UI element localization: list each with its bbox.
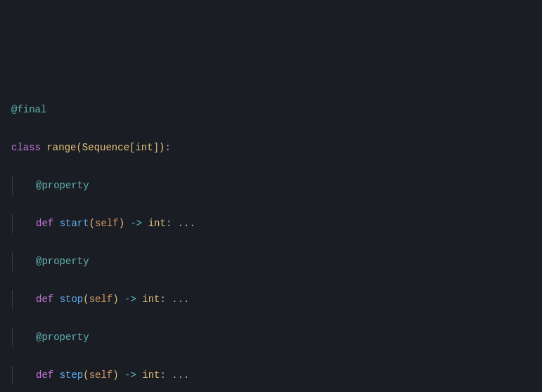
code-block: @final class range(Sequence[int]): @prop…	[11, 81, 542, 392]
base-class: Sequence	[82, 142, 129, 153]
method-step: step	[60, 370, 84, 381]
code-line: class range(Sequence[int]):	[11, 138, 542, 157]
code-line: @property	[11, 176, 542, 195]
class-name: range	[46, 142, 76, 153]
code-line: @final	[11, 100, 542, 119]
code-line: def step(self) -> int: ...	[11, 366, 542, 385]
code-line: def stop(self) -> int: ...	[11, 290, 542, 309]
code-line: def start(self) -> int: ...	[11, 214, 542, 233]
decorator-property: property	[41, 180, 89, 191]
code-line: @property	[11, 328, 542, 347]
method-start: start	[60, 218, 89, 229]
code-line: @property	[11, 252, 542, 271]
method-stop: stop	[60, 294, 84, 305]
decorator-final: final	[17, 104, 46, 115]
keyword-class: class	[11, 142, 41, 153]
